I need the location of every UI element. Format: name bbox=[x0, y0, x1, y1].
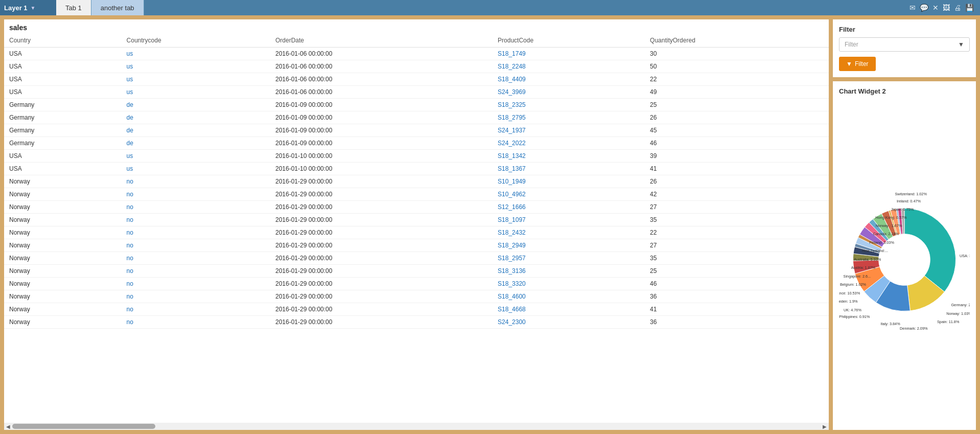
table-row: USAus2016-01-06 00:00:00S18_224850 bbox=[4, 60, 829, 73]
table-cell: no bbox=[122, 226, 270, 239]
filter-dropdown[interactable]: Filter ▼ bbox=[839, 37, 970, 52]
table-cell: no bbox=[122, 278, 270, 290]
table-cell: S18_4668 bbox=[493, 303, 645, 316]
table-row: Norwayno2016-01-29 00:00:00S18_243222 bbox=[4, 226, 829, 239]
table-cell: S18_3136 bbox=[493, 265, 645, 278]
filter-widget: Filter Filter ▼ ▼ Filter bbox=[833, 19, 976, 77]
table-cell: S24_2022 bbox=[493, 137, 645, 150]
table-cell: 2016-01-10 00:00:00 bbox=[270, 163, 493, 175]
table-cell: S18_1749 bbox=[493, 48, 645, 60]
chart-label: UK: 4.76% bbox=[844, 308, 861, 312]
filter-widget-title: Filter bbox=[839, 26, 970, 33]
table-cell: no bbox=[122, 290, 270, 303]
table-cell: 27 bbox=[645, 239, 829, 252]
chart-label: Belgium: 1.02% bbox=[840, 282, 867, 287]
layer1-tab[interactable]: Layer 1 ▼ bbox=[0, 0, 56, 15]
chart-label: Austria: 1.87% bbox=[851, 265, 876, 270]
table-row: Germanyde2016-01-09 00:00:00S24_193745 bbox=[4, 124, 829, 137]
table-row: Norwayno2016-01-29 00:00:00S18_460036 bbox=[4, 290, 829, 303]
chart-label: Norway : 1.67% bbox=[876, 223, 902, 228]
table-cell: 2016-01-29 00:00:00 bbox=[270, 303, 493, 316]
chart-label: New Zealand:... bbox=[862, 248, 888, 253]
table-cell: Norway bbox=[4, 201, 122, 214]
save-icon[interactable]: 💾 bbox=[965, 4, 974, 12]
tab-1[interactable]: Tab 1 bbox=[56, 0, 91, 15]
table-cell: Norway bbox=[4, 226, 122, 239]
table-cell: 2016-01-09 00:00:00 bbox=[270, 99, 493, 111]
table-cell: S18_1097 bbox=[493, 214, 645, 226]
table-cell: Norway bbox=[4, 239, 122, 252]
filter-dropdown-arrow: ▼ bbox=[958, 41, 964, 48]
email-icon[interactable]: ✉ bbox=[909, 4, 916, 12]
table-cell: USA bbox=[4, 60, 122, 73]
table-cell: no bbox=[122, 175, 270, 188]
table-cell: us bbox=[122, 163, 270, 175]
table-row: Norwayno2016-01-29 00:00:00S18_109735 bbox=[4, 214, 829, 226]
layer1-dropdown-icon[interactable]: ▼ bbox=[31, 5, 36, 11]
table-cell: 2016-01-09 00:00:00 bbox=[270, 124, 493, 137]
tab-2[interactable]: another tab bbox=[91, 0, 144, 15]
table-cell: 41 bbox=[645, 163, 829, 175]
table-cell: Norway bbox=[4, 278, 122, 290]
table-container[interactable]: Country Countrycode OrderDate ProductCod… bbox=[4, 34, 829, 423]
table-cell: S18_2949 bbox=[493, 239, 645, 252]
table-body: USAus2016-01-06 00:00:00S18_174930USAus2… bbox=[4, 48, 829, 329]
table-cell: 22 bbox=[645, 73, 829, 86]
table-cell: 2016-01-29 00:00:00 bbox=[270, 290, 493, 303]
table-cell: S18_2248 bbox=[493, 60, 645, 73]
table-cell: de bbox=[122, 111, 270, 124]
table-cell: no bbox=[122, 239, 270, 252]
table-cell: 2016-01-09 00:00:00 bbox=[270, 111, 493, 124]
table-cell: 2016-01-29 00:00:00 bbox=[270, 239, 493, 252]
scroll-right-arrow[interactable]: ▶ bbox=[823, 424, 827, 429]
table-cell: S18_2795 bbox=[493, 111, 645, 124]
table-cell: no bbox=[122, 265, 270, 278]
chart-label: Canada: 2.18% bbox=[873, 232, 899, 236]
table-row: Germanyde2016-01-09 00:00:00S18_279526 bbox=[4, 111, 829, 124]
table-cell: 45 bbox=[645, 124, 829, 137]
table-cell: USA bbox=[4, 48, 122, 60]
chart-label: Singapore: 2.6... bbox=[844, 274, 871, 279]
filter-button[interactable]: ▼ Filter bbox=[839, 57, 876, 71]
table-cell: USA bbox=[4, 86, 122, 99]
table-cell: Germany bbox=[4, 99, 122, 111]
table-row: Norwayno2016-01-29 00:00:00S18_332046 bbox=[4, 278, 829, 290]
table-cell: no bbox=[122, 214, 270, 226]
table-cell: Norway bbox=[4, 316, 122, 329]
comment-icon[interactable]: 💬 bbox=[920, 4, 928, 12]
toolbar-icons: ✉ 💬 ✕ 🖼 🖨 💾 bbox=[909, 4, 980, 12]
table-cell: 2016-01-06 00:00:00 bbox=[270, 73, 493, 86]
table-row: USAus2016-01-10 00:00:00S18_136741 bbox=[4, 163, 829, 175]
filter-placeholder: Filter bbox=[845, 41, 858, 48]
table-cell: 26 bbox=[645, 111, 829, 124]
table-row: Norwayno2016-01-29 00:00:00S24_230036 bbox=[4, 316, 829, 329]
col-country: Country bbox=[4, 34, 122, 48]
scroll-thumb[interactable] bbox=[12, 424, 155, 429]
image-icon[interactable]: 🖼 bbox=[943, 4, 950, 12]
tab-2-label: another tab bbox=[101, 4, 134, 12]
table-cell: S10_4962 bbox=[493, 188, 645, 201]
table-cell: 2016-01-09 00:00:00 bbox=[270, 137, 493, 150]
cross-icon[interactable]: ✕ bbox=[932, 4, 939, 12]
table-cell: 27 bbox=[645, 201, 829, 214]
table-title: sales bbox=[4, 19, 829, 34]
table-cell: S24_3969 bbox=[493, 86, 645, 99]
scroll-left-arrow[interactable]: ◀ bbox=[4, 424, 10, 429]
table-cell: Germany bbox=[4, 111, 122, 124]
table-cell: 25 bbox=[645, 265, 829, 278]
table-cell: S24_2300 bbox=[493, 316, 645, 329]
horizontal-scrollbar[interactable]: ◀ ▶ bbox=[4, 423, 829, 430]
print-icon[interactable]: 🖨 bbox=[954, 4, 961, 12]
table-row: Norwayno2016-01-29 00:00:00S18_466841 bbox=[4, 303, 829, 316]
table-cell: us bbox=[122, 150, 270, 163]
table-cell: 2016-01-29 00:00:00 bbox=[270, 252, 493, 265]
table-cell: 2016-01-29 00:00:00 bbox=[270, 201, 493, 214]
table-cell: Germany bbox=[4, 137, 122, 150]
table-row: Norwayno2016-01-29 00:00:00S18_313625 bbox=[4, 265, 829, 278]
table-cell: 2016-01-29 00:00:00 bbox=[270, 265, 493, 278]
table-cell: 2016-01-29 00:00:00 bbox=[270, 188, 493, 201]
main-content: sales Country Countrycode OrderDate Prod… bbox=[0, 15, 980, 434]
table-cell: Norway bbox=[4, 290, 122, 303]
table-cell: 2016-01-06 00:00:00 bbox=[270, 86, 493, 99]
table-cell: USA bbox=[4, 150, 122, 163]
